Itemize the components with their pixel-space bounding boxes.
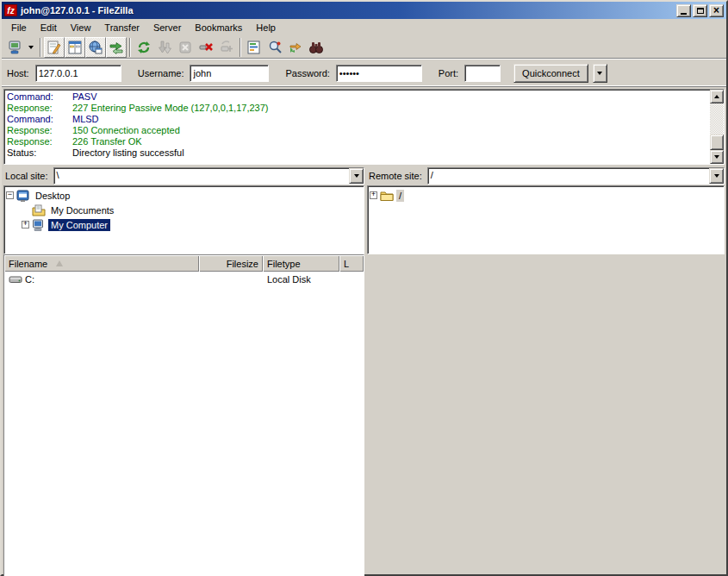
column-header-filetype[interactable]: Filetype [263, 255, 339, 272]
tree-item-label-selected[interactable]: / [396, 190, 404, 202]
tree-item-label[interactable]: Desktop [33, 190, 72, 202]
toolbar-separator [129, 38, 131, 57]
expand-icon[interactable]: + [22, 221, 29, 229]
local-list-header: Filename Filesize Filetype L [4, 255, 364, 272]
remote-site-value[interactable]: / [428, 168, 709, 184]
chevron-down-icon [354, 174, 359, 178]
window-title: john@127.0.0.1 - FileZilla [21, 5, 675, 16]
tree-item-my-computer[interactable]: + My Computer [6, 217, 364, 232]
disconnect-icon [198, 40, 214, 55]
quickconnect-dropdown[interactable] [593, 64, 607, 83]
tree-item-label[interactable]: My Documents [48, 204, 116, 216]
message-log-icon [47, 40, 62, 55]
remote-site-dropdown[interactable] [709, 168, 724, 184]
column-header-filename[interactable]: Filename [4, 255, 199, 272]
menu-server[interactable]: Server [146, 21, 188, 34]
tree-item-label-selected[interactable]: My Computer [48, 219, 110, 231]
port-label: Port: [439, 68, 458, 78]
local-site-dropdown[interactable] [349, 168, 364, 184]
toggle-remote-tree-button[interactable] [85, 37, 106, 58]
toolbar-separator [240, 38, 241, 57]
cancel-button[interactable] [175, 37, 196, 58]
minimize-button[interactable] [676, 4, 691, 17]
process-queue-button[interactable] [154, 37, 175, 58]
binoculars-icon [308, 40, 324, 55]
log-text: MLSD [72, 114, 99, 125]
tree-item-root[interactable]: + / [370, 188, 724, 203]
scroll-down-button[interactable] [710, 150, 724, 164]
scroll-up-button[interactable] [710, 90, 724, 103]
message-log: Command:PASV Response:227 Entering Passi… [3, 89, 725, 165]
log-scrollbar[interactable] [710, 90, 724, 164]
local-file-list: Filename Filesize Filetype L C: Local Di… [3, 254, 364, 576]
column-header-filesize[interactable]: Filesize [199, 255, 263, 272]
synchronized-browsing-button[interactable] [285, 37, 306, 58]
file-name: C: [25, 274, 34, 285]
local-site-combo[interactable]: \ [53, 167, 364, 185]
menu-bookmarks[interactable]: Bookmarks [188, 21, 249, 34]
desktop-icon [16, 189, 30, 203]
host-input[interactable] [35, 65, 121, 82]
log-label: Command: [7, 91, 72, 103]
scrollbar-thumb[interactable] [710, 135, 724, 150]
log-line: Command:PASV [7, 91, 710, 103]
tree-item-desktop[interactable]: − Desktop [6, 188, 364, 203]
username-input[interactable] [190, 65, 269, 82]
menu-help[interactable]: Help [249, 21, 283, 34]
reconnect-button[interactable] [216, 37, 237, 58]
close-button[interactable]: × [709, 4, 724, 17]
chevron-down-icon [597, 72, 602, 75]
filezilla-logo-icon: fz [4, 4, 17, 16]
refresh-button[interactable] [134, 37, 154, 58]
username-label: Username: [138, 68, 184, 78]
remote-site-combo[interactable]: / [427, 167, 725, 185]
toggle-local-tree-button[interactable] [65, 37, 85, 58]
password-label: Password: [285, 68, 329, 78]
menu-view[interactable]: View [64, 21, 98, 34]
disconnect-button[interactable] [196, 37, 216, 58]
quickconnect-button[interactable]: Quickconnect [513, 64, 588, 83]
log-text: Directory listing successful [72, 147, 184, 159]
local-site-row: Local site: \ [3, 166, 364, 185]
process-queue-icon [157, 40, 172, 55]
find-files-button[interactable] [306, 37, 327, 58]
collapse-icon[interactable]: − [6, 191, 14, 199]
log-line: Response:226 Transfer OK [7, 136, 710, 147]
password-input[interactable] [336, 65, 422, 82]
my-computer-icon [32, 218, 46, 232]
remote-site-label: Remote site: [367, 171, 427, 181]
port-input[interactable] [464, 65, 501, 82]
site-manager-icon [7, 40, 22, 55]
directory-comparison-button[interactable] [264, 37, 285, 58]
site-manager-button[interactable] [4, 37, 25, 58]
arrow-up-icon [714, 95, 719, 98]
file-list-panes: Filename Filesize Filetype L C: Local Di… [2, 254, 726, 576]
menu-transfer[interactable]: Transfer [97, 21, 146, 34]
expand-icon[interactable]: + [370, 191, 377, 199]
menu-file[interactable]: File [4, 21, 34, 34]
toggle-transfer-queue-button[interactable] [106, 37, 127, 58]
maximize-button[interactable] [693, 4, 707, 17]
log-line: Command:MLSD [7, 114, 710, 125]
chevron-down-icon [714, 174, 719, 178]
local-tree-icon [67, 40, 83, 55]
cancel-icon [177, 40, 193, 55]
local-site-value[interactable]: \ [54, 168, 349, 184]
quickconnect-bar: Host: Username: Password: Port: Quickcon… [2, 59, 726, 87]
toggle-message-log-button[interactable] [44, 37, 65, 58]
maximize-icon [697, 8, 704, 14]
menu-edit[interactable]: Edit [34, 21, 64, 34]
arrow-down-icon [714, 155, 719, 159]
column-header-lastmodified[interactable]: L [339, 255, 364, 272]
log-label: Response: [7, 136, 72, 147]
title-bar[interactable]: fz john@127.0.0.1 - FileZilla × [2, 2, 726, 19]
tree-item-my-documents[interactable]: My Documents [6, 203, 364, 217]
log-text: 150 Connection accepted [72, 125, 180, 136]
site-manager-dropdown[interactable] [25, 37, 37, 58]
refresh-icon [136, 40, 152, 55]
file-type: Local Disk [267, 274, 311, 285]
local-file-row[interactable]: C: Local Disk [4, 272, 364, 286]
log-line: Response:150 Connection accepted [7, 125, 710, 136]
drive-icon [9, 272, 22, 286]
filename-filters-button[interactable] [244, 37, 264, 58]
